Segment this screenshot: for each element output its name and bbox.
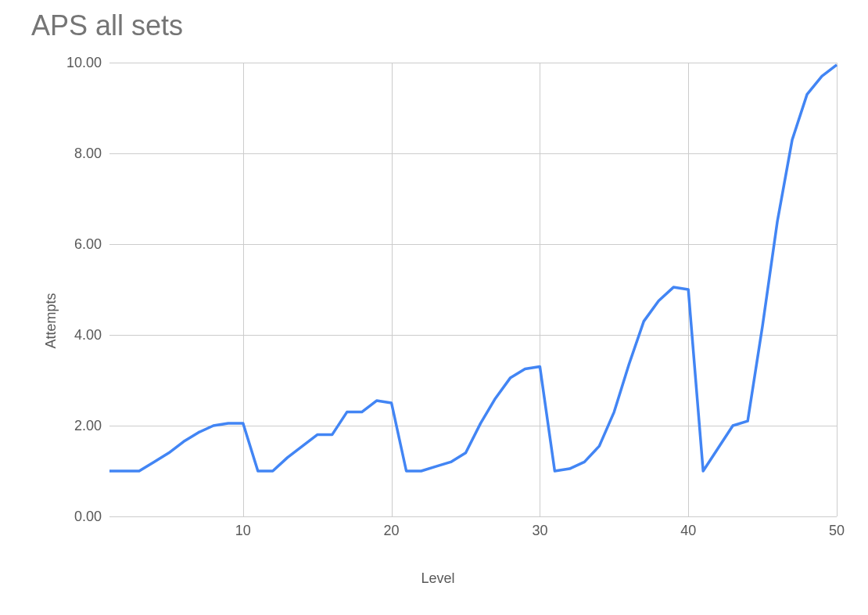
y-tick-label: 0.00	[74, 509, 102, 525]
gridline-h	[109, 516, 837, 517]
x-tick-label: 20	[384, 523, 400, 539]
y-tick-label: 10.00	[66, 55, 102, 71]
series-line	[109, 65, 837, 471]
line-series-svg	[109, 63, 837, 516]
x-tick-label: 50	[829, 523, 845, 539]
chart-area: Attempts Level 10203040500.002.004.006.0…	[31, 55, 845, 587]
x-tick-label: 30	[532, 523, 547, 539]
x-tick-label: 10	[235, 523, 251, 539]
y-tick-label: 6.00	[74, 236, 102, 253]
y-tick-label: 8.00	[74, 146, 102, 162]
x-axis-label: Level	[421, 570, 454, 587]
y-tick-label: 2.00	[74, 418, 102, 434]
gridline-v	[837, 63, 838, 516]
plot-region: 10203040500.002.004.006.008.0010.00	[109, 63, 837, 516]
y-axis-label: Attempts	[43, 293, 59, 348]
y-tick-label: 4.00	[74, 327, 102, 343]
x-tick-label: 40	[680, 523, 696, 539]
chart-title: APS all sets	[31, 9, 183, 42]
